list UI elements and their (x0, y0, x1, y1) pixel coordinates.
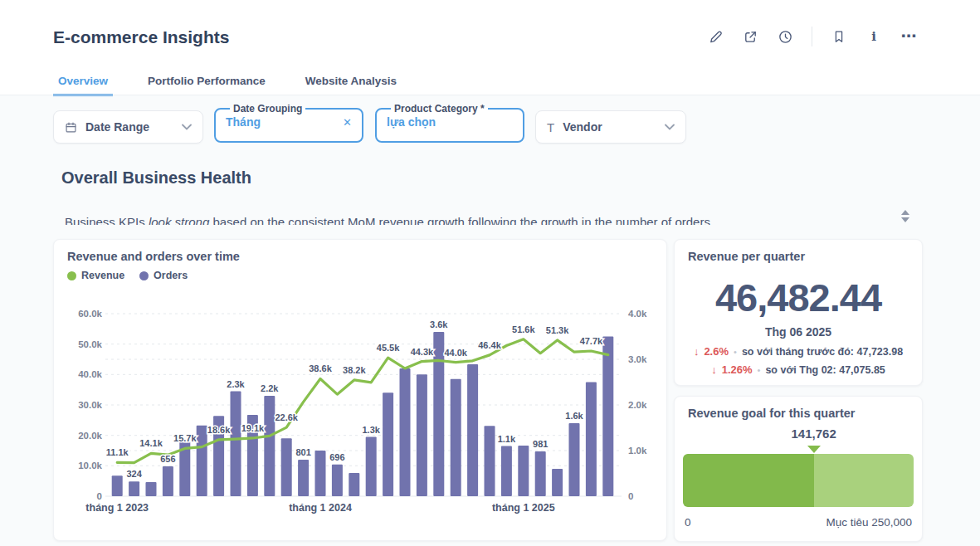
edit-pencil-icon[interactable] (707, 28, 724, 45)
orders-bar (231, 392, 241, 497)
bar-value-label: 1.6k (565, 411, 583, 421)
orders-bar (129, 481, 139, 496)
left-axis-tick: 30.0k (78, 400, 102, 410)
x-axis-tick: tháng 1 2024 (289, 502, 352, 514)
comparison-percent: 2.6% (704, 345, 729, 358)
history-clock-icon[interactable] (777, 28, 793, 45)
line-value-label: 51.3k (546, 325, 569, 335)
resize-handle-icon[interactable] (901, 210, 909, 222)
section-note: Business KPIs look strong based on the c… (65, 215, 899, 225)
calendar-icon (65, 121, 77, 134)
right-axis-tick: 1.0k (628, 446, 647, 456)
orders-bar (112, 475, 123, 496)
bar-value-label: 981 (533, 439, 548, 449)
legend-item-orders[interactable]: Orders (139, 270, 188, 281)
line-value-label: 14.1k (139, 438, 163, 448)
goal-marker-icon (807, 446, 821, 453)
x-axis-tick: tháng 1 2023 (85, 502, 149, 514)
orders-bar (383, 392, 393, 496)
line-value-label: 15.7k (173, 433, 197, 443)
page-title: E-commerce Insights (53, 27, 229, 47)
legend-item-revenue[interactable]: Revenue (67, 270, 124, 281)
filter-product-category[interactable]: Product Category * lựa chọn (375, 103, 524, 143)
dashboard-tabs: Overview Portfolio Performance Website A… (53, 75, 402, 96)
bookmark-icon[interactable] (831, 28, 847, 45)
right-axis-tick: 4.0k (628, 309, 647, 319)
right-axis-tick: 0 (628, 491, 633, 501)
filter-vendor[interactable]: T Vendor (535, 110, 686, 144)
chart-legend: Revenue Orders (67, 270, 188, 281)
orders-bar (349, 473, 359, 496)
line-value-label: 22.6k (275, 412, 298, 422)
left-axis-tick: 50.0k (78, 339, 102, 349)
right-axis-tick: 3.0k (628, 354, 647, 364)
header-actions: i ⋯ (707, 27, 917, 46)
chart-title[interactable]: Revenue and orders over time (67, 250, 240, 263)
comparison-row: ↓ 1.26% • so với Thg 02: 47,075.85 (675, 363, 922, 376)
more-options-icon[interactable]: ⋯ (900, 28, 917, 45)
orders-bar (451, 379, 461, 496)
orders-bar (518, 446, 529, 496)
tab-website-analysis[interactable]: Website Analysis (300, 75, 402, 96)
clear-filter-icon[interactable]: ✕ (343, 116, 352, 129)
bar-value-label: 3.6k (430, 319, 448, 329)
comparison-text: so với Thg 02: 47,075.85 (765, 364, 885, 376)
line-value-label: 46.4k (478, 340, 501, 350)
filter-date-range-label: Date Range (85, 120, 173, 134)
revenue-orders-chart-card: Revenue and orders over time Revenue Ord… (53, 239, 667, 541)
line-value-label: 47.7k (580, 336, 603, 346)
goal-min-label: 0 (685, 516, 691, 529)
scalar-period: Thg 06 2025 (675, 325, 922, 339)
export-share-icon[interactable] (742, 28, 758, 45)
goal-axis: 0 Mục tiêu 250,000 (685, 516, 912, 529)
chevron-down-icon (182, 124, 192, 130)
left-axis-tick: 40.0k (78, 369, 102, 379)
orders-bar (417, 374, 427, 496)
dashboard-page: E-commerce Insights i ⋯ Overview Portfol… (0, 0, 980, 546)
orders-bar (163, 466, 173, 496)
down-arrow-icon: ↓ (711, 363, 717, 376)
orders-bar (602, 337, 613, 497)
filter-product-category-label: Product Category * (391, 103, 488, 115)
triangle-up-icon (901, 210, 909, 215)
info-icon[interactable]: i (865, 28, 882, 45)
filter-date-range[interactable]: Date Range (53, 110, 203, 144)
comparison-percent: 1.26% (722, 363, 753, 376)
orders-bar (586, 383, 597, 497)
filter-date-grouping[interactable]: Date Grouping Tháng ✕ (214, 103, 363, 143)
line-value-label: 38.6k (309, 363, 332, 373)
orders-bar (366, 437, 377, 497)
orders-bar (485, 426, 495, 496)
line-value-label: 44.0k (444, 348, 467, 358)
left-axis-tick: 10.0k (78, 461, 102, 470)
line-value-label: 11.1k (106, 447, 129, 457)
orders-bar (535, 451, 546, 496)
goal-progress-bar (683, 454, 914, 507)
orders-bar (569, 423, 580, 496)
down-arrow-icon: ↓ (694, 345, 700, 358)
goal-card-title[interactable]: Revenue goal for this quarter (688, 407, 855, 420)
scalar-value: 46,482.44 (675, 278, 922, 317)
tab-overview[interactable]: Overview (53, 75, 113, 96)
x-axis-tick: tháng 1 2025 (492, 502, 555, 514)
revenue-goal-card: Revenue goal for this quarter 141,762 0 … (674, 396, 923, 542)
filter-date-grouping-value: Tháng (226, 115, 261, 129)
orders-bar (264, 396, 275, 496)
text-filter-icon: T (547, 120, 554, 134)
section-heading: Overall Business Health (61, 168, 251, 188)
filter-vendor-label: Vendor (563, 120, 656, 134)
orders-bar (552, 469, 563, 496)
line-value-label: 38.2k (343, 365, 366, 375)
right-axis-tick: 2.0k (628, 400, 647, 410)
triangle-down-icon (901, 217, 909, 222)
bar-value-label: 2.2k (261, 383, 279, 393)
chevron-down-icon (665, 124, 675, 130)
orders-bar (197, 426, 207, 496)
line-value-label: 18.6k (207, 425, 231, 435)
scalar-card-title[interactable]: Revenue per quarter (688, 250, 805, 263)
orders-bar (433, 332, 444, 496)
header-actions-divider (812, 27, 812, 46)
revenue-per-quarter-card: Revenue per quarter 46,482.44 Thg 06 202… (674, 239, 923, 386)
tab-portfolio-performance[interactable]: Portfolio Performance (143, 75, 271, 96)
orders-bar (467, 364, 478, 496)
